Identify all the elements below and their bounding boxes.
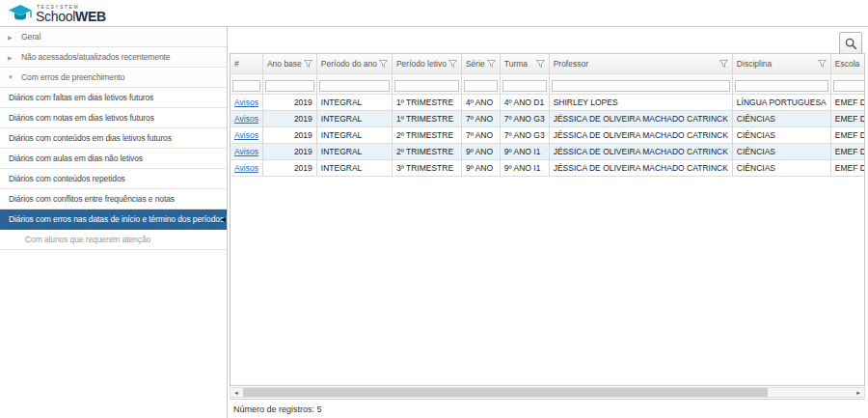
filter-input-periodo_ano[interactable] xyxy=(319,80,390,92)
sidebar-section[interactable]: ▼Com erros de preenchimento xyxy=(0,68,227,88)
chevron-right-icon: ▶ xyxy=(8,54,15,61)
filter-input-disciplina[interactable] xyxy=(735,80,828,92)
sidebar-item-label: Diários com notas em dias letivos futuro… xyxy=(9,113,154,123)
cell-serie: 7º ANO xyxy=(461,110,500,126)
filter-icon[interactable] xyxy=(818,60,827,68)
data-grid: #Ano basePeríodo do anoPeríodo letivoSér… xyxy=(230,53,865,386)
sidebar-item-label: Diários com conteúdos repetidos xyxy=(9,174,125,183)
cell-disciplina: LÍNGUA PORTUGUESA xyxy=(732,94,830,110)
cell-periodo_letivo: 2º TRIMESTRE xyxy=(392,126,461,143)
column-header-professor[interactable]: Professor xyxy=(549,54,732,73)
filter-input-turma[interactable] xyxy=(502,80,547,92)
cell-escola: EMEF DR MÁRIO VELLI xyxy=(830,159,865,176)
cell-ano: 2019 xyxy=(262,94,316,110)
sidebar-item[interactable]: Diários com conteúdos em dias letivos fu… xyxy=(0,128,227,149)
sidebar-item-label: Diários com aulas em dias não letivos xyxy=(9,153,143,163)
filter-icon[interactable] xyxy=(487,60,496,68)
sidebar-item[interactable]: Diários com notas em dias letivos futuro… xyxy=(0,108,227,128)
sidebar-section[interactable]: ▶Geral xyxy=(0,27,227,47)
column-header-ano[interactable]: Ano base xyxy=(262,54,316,73)
sidebar-item-label: Geral xyxy=(21,32,41,42)
cell-serie: 7º ANO xyxy=(461,126,500,143)
sidebar-item[interactable]: Diários com conteúdos repetidos xyxy=(0,169,227,189)
cell-escola: EMEF DR MÁRIO VELLI xyxy=(830,143,865,159)
column-header-disciplina[interactable]: Disciplina xyxy=(732,54,830,73)
cell-num: Avisos xyxy=(231,126,262,143)
cell-serie: 9º ANO xyxy=(461,143,500,159)
column-header-label: Disciplina xyxy=(737,59,772,69)
cell-num: Avisos xyxy=(231,110,262,126)
filter-input-num[interactable] xyxy=(232,80,260,92)
cell-professor: JÉSSICA DE OLIVEIRA MACHADO CATRINCK xyxy=(549,110,732,126)
scrollbar-track[interactable] xyxy=(242,388,853,397)
cell-professor: SHIRLEY LOPES xyxy=(549,94,732,110)
filter-cell-num xyxy=(231,73,262,94)
cell-turma: 7º ANO G3 xyxy=(500,110,549,126)
scroll-left-icon[interactable]: ◄ xyxy=(231,390,242,396)
table-row: Avisos2019INTEGRAL1º TRIMESTRE7º ANO7º A… xyxy=(231,110,865,126)
sidebar-item[interactable]: Diários com faltas em dias letivos futur… xyxy=(0,88,227,108)
column-header-escola[interactable]: Escola xyxy=(830,54,865,73)
cell-serie: 4º ANO xyxy=(461,94,500,110)
filter-cell-ano xyxy=(262,73,316,94)
cell-escola: EMEF DR MÁRIO VELLI xyxy=(830,126,865,143)
cell-periodo_ano: INTEGRAL xyxy=(316,143,392,159)
table-row: Avisos2019INTEGRAL1º TRIMESTRE4º ANO4º A… xyxy=(231,94,865,110)
cell-periodo_ano: INTEGRAL xyxy=(316,110,392,126)
filter-input-professor[interactable] xyxy=(552,80,730,92)
column-header-turma[interactable]: Turma xyxy=(500,54,549,73)
brand-suffix: WEB xyxy=(75,9,106,24)
cell-periodo_letivo: 3º TRIMESTRE xyxy=(392,159,461,176)
column-header-periodo_letivo[interactable]: Período letivo xyxy=(392,54,461,73)
column-header-num[interactable]: # xyxy=(231,54,262,73)
column-header-periodo_ano[interactable]: Período do ano xyxy=(316,54,392,73)
cell-ano: 2019 xyxy=(262,159,316,176)
avisos-link[interactable]: Avisos xyxy=(234,130,258,140)
sidebar-item[interactable]: Diários com erros nas datas de início e … xyxy=(0,209,227,230)
filter-input-serie[interactable] xyxy=(464,80,498,92)
cell-num: Avisos xyxy=(231,143,262,159)
results-table: #Ano basePeríodo do anoPeríodo letivoSér… xyxy=(231,54,865,177)
scroll-right-icon[interactable]: ► xyxy=(853,390,864,396)
filter-icon[interactable] xyxy=(719,60,728,68)
filter-icon[interactable] xyxy=(448,60,457,68)
filter-input-ano[interactable] xyxy=(265,80,314,92)
filter-cell-escola xyxy=(830,73,865,94)
app-logo: TECSYSTEM SchoolWEB xyxy=(8,4,106,23)
record-count: Número de registros: 5 xyxy=(233,404,322,414)
horizontal-scrollbar[interactable]: ◄ ► xyxy=(230,387,865,398)
column-header-label: Série xyxy=(466,59,485,69)
table-row: Avisos2019INTEGRAL2º TRIMESTRE9º ANO9º A… xyxy=(231,143,865,159)
cell-periodo_letivo: 2º TRIMESTRE xyxy=(392,143,461,159)
filter-cell-serie xyxy=(461,73,500,94)
cell-periodo_ano: INTEGRAL xyxy=(316,126,392,143)
brand-main-word: School xyxy=(36,9,75,24)
avisos-link[interactable]: Avisos xyxy=(234,163,258,173)
cell-turma: 9º ANO I1 xyxy=(500,143,549,159)
filter-icon[interactable] xyxy=(304,60,312,68)
table-row: Avisos2019INTEGRAL3º TRIMESTRE9º ANO9º A… xyxy=(231,159,865,176)
sidebar-item-label: Com erros de preenchimento xyxy=(21,72,124,82)
search-button[interactable] xyxy=(839,32,862,55)
filter-icon[interactable] xyxy=(536,60,545,68)
filter-row xyxy=(231,73,865,94)
sidebar-item[interactable]: Diários com conflitos entre frequências … xyxy=(0,189,227,209)
cell-escola: EMEF DR MÁRIO VELLI xyxy=(830,110,865,126)
sidebar-section[interactable]: Com alunos que requerem atenção xyxy=(0,230,227,250)
avisos-link[interactable]: Avisos xyxy=(234,147,258,156)
column-header-label: Professor xyxy=(554,59,588,69)
search-icon xyxy=(845,38,857,50)
sidebar-item-label: Não acessados/atualizados recentemente xyxy=(21,52,171,62)
column-header-serie[interactable]: Série xyxy=(461,54,500,73)
sidebar-section[interactable]: ▶Não acessados/atualizados recentemente xyxy=(0,47,227,68)
scrollbar-thumb[interactable] xyxy=(243,388,768,397)
sidebar-item[interactable]: Diários com aulas em dias não letivos xyxy=(0,149,227,169)
avisos-link[interactable]: Avisos xyxy=(234,98,258,107)
collapse-handle-icon[interactable]: ◄ xyxy=(219,215,227,224)
filter-input-periodo_letivo[interactable] xyxy=(394,80,459,92)
status-bar: Número de registros: 5 xyxy=(230,399,865,418)
avisos-link[interactable]: Avisos xyxy=(234,114,258,124)
filter-cell-disciplina xyxy=(732,73,830,94)
filter-input-escola[interactable] xyxy=(833,80,865,92)
filter-icon[interactable] xyxy=(379,60,388,68)
